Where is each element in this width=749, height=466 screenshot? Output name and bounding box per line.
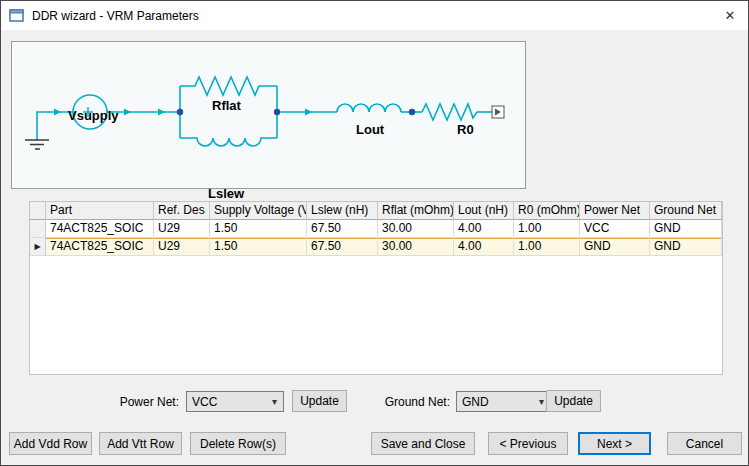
save-and-close-button[interactable]: Save and Close: [371, 432, 475, 455]
cell-part[interactable]: 74ACT825_SOIC: [46, 220, 154, 238]
add-vtt-row-button[interactable]: Add Vtt Row: [99, 432, 182, 455]
current-row-arrow-icon: ▶: [34, 243, 40, 251]
cell-lout[interactable]: 4.00: [454, 238, 514, 256]
power-net-select[interactable]: VCC ▾: [186, 391, 284, 412]
column-header-part[interactable]: Part: [46, 202, 154, 220]
previous-button[interactable]: < Previous: [488, 432, 568, 455]
cell-supply-voltage[interactable]: 1.50: [210, 220, 307, 238]
cell-lout[interactable]: 4.00: [454, 220, 514, 238]
power-net-value: VCC: [192, 395, 217, 409]
close-button[interactable]: ✕: [712, 1, 748, 30]
vrm-schematic-panel: Vsupply Rflat Lslew Lout R0: [11, 41, 526, 189]
ground-net-value: GND: [462, 395, 489, 409]
row-selector[interactable]: [30, 220, 46, 238]
column-header-ground-net[interactable]: Ground Net: [650, 202, 722, 220]
cancel-button[interactable]: Cancel: [667, 432, 742, 455]
cell-ref-des[interactable]: U29: [154, 238, 210, 256]
column-header-ref-des[interactable]: Ref. Des: [154, 202, 210, 220]
column-header-r0[interactable]: R0 (mOhm): [514, 202, 580, 220]
ground-net-update-button[interactable]: Update: [546, 390, 601, 412]
column-header-power-net[interactable]: Power Net: [580, 202, 650, 220]
next-button[interactable]: Next >: [578, 432, 651, 455]
lout-label: Lout: [356, 122, 384, 137]
cell-lslew[interactable]: 67.50: [307, 220, 378, 238]
cell-rflat[interactable]: 30.00: [378, 238, 454, 256]
cell-part[interactable]: 74ACT825_SOIC: [46, 238, 154, 256]
lout-inductor: [337, 104, 401, 112]
cell-supply-voltage[interactable]: 1.50: [210, 238, 307, 256]
cell-r0[interactable]: 1.00: [514, 238, 580, 256]
cell-ground-net[interactable]: GND: [650, 238, 722, 256]
ground-icon: [25, 140, 49, 149]
table-row-vdd[interactable]: 74ACT825_SOIC U29 1.50 67.50 30.00 4.00 …: [30, 220, 722, 238]
column-header-rflat[interactable]: Rflat (mOhm): [378, 202, 454, 220]
r0-label: R0: [457, 122, 474, 137]
app-icon: [9, 9, 25, 23]
cell-ground-net[interactable]: GND: [650, 220, 722, 238]
row-selector-current[interactable]: ▶: [30, 238, 46, 256]
cell-lslew[interactable]: 67.50: [307, 238, 378, 256]
cell-power-net[interactable]: VCC: [580, 220, 650, 238]
column-header-supply-voltage[interactable]: Supply Voltage (V): [210, 202, 307, 220]
titlebar: DDR wizard - VRM Parameters ✕: [1, 1, 748, 30]
chevron-down-icon: ▾: [272, 396, 283, 407]
table-header-row: Part Ref. Des Supply Voltage (V) Lslew (…: [30, 202, 722, 220]
cell-r0[interactable]: 1.00: [514, 220, 580, 238]
ground-net-select[interactable]: GND ▾: [456, 391, 551, 412]
cell-rflat[interactable]: 30.00: [378, 220, 454, 238]
lslew-inductor: [180, 138, 277, 146]
table-row-selected[interactable]: ▶ 74ACT825_SOIC U29 1.50 67.50 30.00 4.0…: [30, 238, 722, 256]
power-net-label: Power Net:: [115, 395, 179, 411]
ground-net-label: Ground Net:: [380, 395, 450, 411]
cell-power-net[interactable]: GND: [580, 238, 650, 256]
ddr-wizard-dialog: DDR wizard - VRM Parameters ✕: [0, 0, 749, 466]
r0-resistor: [422, 104, 477, 120]
window-title: DDR wizard - VRM Parameters: [32, 9, 199, 23]
vsupply-label: Vsupply: [68, 108, 119, 123]
column-header-lout[interactable]: Lout (nH): [454, 202, 514, 220]
header-selector-cell: [30, 202, 46, 220]
lslew-label: Lslew: [208, 186, 244, 201]
rflat-label: Rflat: [212, 98, 241, 113]
vrm-parameters-table: Part Ref. Des Supply Voltage (V) Lslew (…: [29, 201, 723, 375]
cell-ref-des[interactable]: U29: [154, 220, 210, 238]
delete-rows-button[interactable]: Delete Row(s): [190, 432, 286, 455]
rflat-resistor: [180, 77, 277, 95]
power-net-update-button[interactable]: Update: [292, 390, 347, 412]
column-header-lslew[interactable]: Lslew (nH): [307, 202, 378, 220]
add-vdd-row-button[interactable]: Add Vdd Row: [9, 432, 92, 455]
